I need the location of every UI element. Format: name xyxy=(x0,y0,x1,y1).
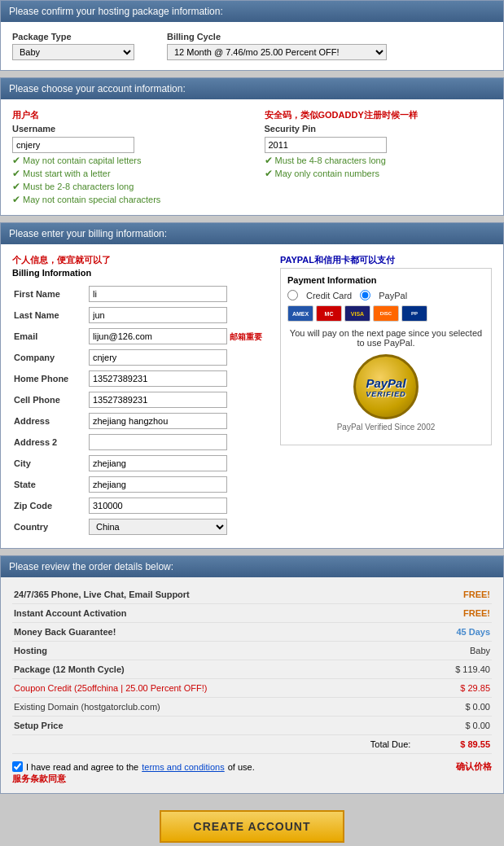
company-label: Company xyxy=(14,348,87,367)
package-value: $ 119.40 xyxy=(414,660,492,679)
setup-label: Setup Price xyxy=(12,717,414,735)
paypal-info-text: You will pay on the next page since you … xyxy=(287,328,484,348)
payment-radio-group: Credit Card PayPal xyxy=(287,290,484,300)
billing-cycle-field: Billing Cycle 12 Month @ 7.46/mo 25.00 P… xyxy=(167,32,387,60)
cell-phone-label: Cell Phone xyxy=(14,390,87,410)
account-row: 用户名 Username ✔May not contain capital le… xyxy=(12,109,492,205)
address-input[interactable] xyxy=(89,413,227,429)
cell-phone-row: Cell Phone xyxy=(14,390,270,410)
payment-title: Payment Information xyxy=(287,275,484,285)
billing-right: PAYPAL和信用卡都可以支付 Payment Information Cred… xyxy=(280,254,492,538)
country-select[interactable]: China xyxy=(89,519,227,535)
email-row: Email 邮箱重要 xyxy=(14,327,270,346)
state-label: State xyxy=(14,475,87,494)
order-item-label: Hosting xyxy=(12,642,414,660)
hosting-body: Package Type Baby Billing Cycle 12 Month… xyxy=(1,22,503,70)
username-input[interactable] xyxy=(12,137,134,153)
account-body: 用户名 Username ✔May not contain capital le… xyxy=(1,99,503,215)
create-account-button[interactable]: CREATE ACCOUNT xyxy=(160,810,345,843)
order-body: 24/7/365 Phone, Live Chat, Email Support… xyxy=(1,577,503,793)
state-input[interactable] xyxy=(89,476,227,493)
domain-label: Existing Domain (hostgatorclub.com) xyxy=(12,698,414,717)
company-input[interactable] xyxy=(89,349,227,366)
username-annotation: 用户名 xyxy=(12,109,240,121)
username-check-item: ✔May not contain special characters xyxy=(12,194,240,205)
amex-icon: AMEX xyxy=(287,305,313,322)
package-row: Package (12 Month Cycle) $ 119.40 xyxy=(12,660,492,679)
agree-row: I have read and agree to the terms and c… xyxy=(12,761,492,773)
paypal-icon: PP xyxy=(401,305,427,322)
account-section: Please choose your account information: … xyxy=(0,77,504,216)
zip-row: Zip Code xyxy=(14,496,270,515)
home-phone-row: Home Phone xyxy=(14,369,270,388)
billing-cycle-label: Billing Cycle xyxy=(167,32,387,42)
first-name-row: First Name xyxy=(14,284,270,304)
billing-cycle-select[interactable]: 12 Month @ 7.46/mo 25.00 Percent OFF! xyxy=(167,44,387,60)
billing-annotation: 个人信息，便宜就可以了 xyxy=(12,254,272,266)
check-icon: ✔ xyxy=(265,168,273,179)
pin-col: 安全码，类似GODADDY注册时候一样 Security Pin ✔Must b… xyxy=(265,109,493,205)
order-item-row: Money Back Guarantee!45 Days xyxy=(12,623,492,642)
company-row: Company xyxy=(14,348,270,367)
city-row: City xyxy=(14,454,270,473)
package-type-select[interactable]: Baby xyxy=(12,44,134,60)
payment-box: Payment Information Credit Card PayPal A… xyxy=(280,268,492,445)
order-item-value: 45 Days xyxy=(414,623,492,642)
credit-card-label[interactable]: Credit Card xyxy=(306,291,352,300)
address2-input[interactable] xyxy=(89,434,227,450)
check-icon: ✔ xyxy=(12,181,20,192)
zip-input[interactable] xyxy=(89,498,227,514)
pin-check-item: ✔Must be 4-8 characters long xyxy=(265,155,493,166)
check-icon: ✔ xyxy=(12,168,20,179)
agree-text2: of use. xyxy=(228,762,255,772)
pin-input[interactable] xyxy=(265,137,387,153)
total-row: Total Due: $ 89.55 xyxy=(12,735,492,754)
zip-label: Zip Code xyxy=(14,496,87,515)
home-phone-input[interactable] xyxy=(89,370,227,387)
create-btn-row: CREATE ACCOUNT xyxy=(0,800,504,846)
cell-phone-input[interactable] xyxy=(89,392,227,408)
email-label: Email xyxy=(14,327,87,346)
city-input[interactable] xyxy=(89,455,227,471)
check-icon: ✔ xyxy=(12,194,20,205)
city-label: City xyxy=(14,454,87,473)
email-input[interactable] xyxy=(89,328,227,344)
address-row: Address xyxy=(14,411,270,431)
username-check-item: ✔Must start with a letter xyxy=(12,168,240,179)
check-icon: ✔ xyxy=(265,155,273,166)
agree-annotation: 确认价格 xyxy=(258,761,492,773)
billing-header: Please enter your billing information: xyxy=(1,223,503,244)
agree-checkbox[interactable] xyxy=(12,761,23,772)
domain-value: $ 0.00 xyxy=(414,698,492,717)
credit-card-radio[interactable] xyxy=(287,290,298,300)
paypal-label[interactable]: PayPal xyxy=(379,291,407,300)
order-item-value: Baby xyxy=(414,642,492,660)
order-item-label: Instant Account Activation xyxy=(12,604,414,623)
payment-annotation: PAYPAL和信用卡都可以支付 xyxy=(280,254,492,266)
username-check-item: ✔May not contain capital letters xyxy=(12,155,240,166)
country-label: Country xyxy=(14,517,87,537)
order-item-row: HostingBaby xyxy=(12,642,492,660)
terms-link[interactable]: terms and conditions xyxy=(142,762,225,772)
paypal-badge: PayPal VERIFIED PayPal Verified Since 20… xyxy=(287,354,484,432)
last-name-input[interactable] xyxy=(89,307,227,323)
order-item-label: 24/7/365 Phone, Live Chat, Email Support xyxy=(12,585,414,604)
first-name-input[interactable] xyxy=(89,286,227,302)
paypal-radio[interactable] xyxy=(360,290,370,300)
coupon-value: $ 29.85 xyxy=(414,679,492,698)
package-type-label: Package Type xyxy=(12,32,134,42)
setup-row: Setup Price $ 0.00 xyxy=(12,717,492,735)
order-item-row: 24/7/365 Phone, Live Chat, Email Support… xyxy=(12,585,492,604)
last-name-label: Last Name xyxy=(14,305,87,325)
username-check-item: ✔Must be 2-8 characters long xyxy=(12,181,240,192)
pin-check-item: ✔May only contain numbers xyxy=(265,168,493,179)
address-label: Address xyxy=(14,411,87,431)
coupon-label: Coupon Credit (25offchina | 25.00 Percen… xyxy=(12,679,414,698)
order-section: Please review the order details below: 2… xyxy=(0,555,504,794)
discover-icon: DISC xyxy=(373,305,399,322)
service-annotation: 服务条款同意 xyxy=(12,773,492,785)
first-name-label: First Name xyxy=(14,284,87,304)
order-item-value: FREE! xyxy=(414,604,492,623)
setup-value: $ 0.00 xyxy=(414,717,492,735)
check-icon: ✔ xyxy=(12,155,20,166)
